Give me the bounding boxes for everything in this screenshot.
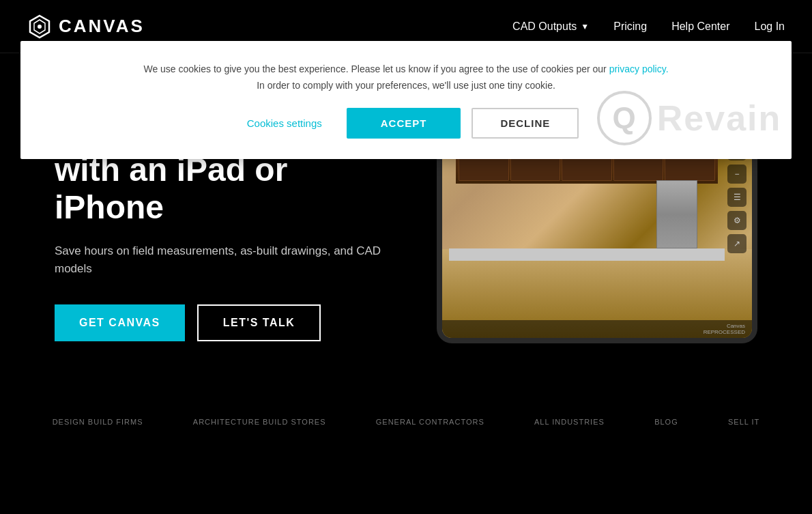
ipad-right-toolbar: + − ☰ ⚙ ↗ (727, 141, 746, 313)
page-wrapper: CANVAS CAD Outputs ▼ Pricing Help Center… (0, 0, 812, 514)
nav-login[interactable]: Log In (755, 20, 785, 33)
bottom-item-6: Sell it (728, 418, 759, 426)
bottom-strip: Design Build Firms Architecture Build St… (0, 401, 812, 442)
nav-links: CAD Outputs ▼ Pricing Help Center Log In (512, 20, 785, 33)
logo-link[interactable]: CANVAS (27, 14, 145, 39)
nav-help-center[interactable]: Help Center (671, 20, 729, 33)
cookie-text: We use cookies to give you the best expe… (55, 61, 757, 94)
nav-cad-outputs[interactable]: CAD Outputs ▼ (512, 20, 589, 33)
ipad-tool-settings[interactable]: ⚙ (727, 211, 746, 230)
bottom-item-1: Design Build Firms (53, 418, 143, 426)
ipad-tool-layers[interactable]: ☰ (727, 188, 746, 207)
get-canvas-button[interactable]: GET CANVAS (55, 304, 185, 341)
cookie-actions: Cookies settings ACCEPT DECLINE (55, 108, 757, 139)
decline-cookies-button[interactable]: DECLINE (472, 108, 579, 139)
nav-pricing[interactable]: Pricing (613, 20, 647, 33)
bottom-item-4: All Industries (534, 418, 605, 426)
ipad-bottom-tag: Canvas REPROCESSED (704, 323, 745, 335)
bottom-item-3: General Contractors (376, 418, 484, 426)
kitchen-counter (449, 248, 725, 261)
cookie-banner: We use cookies to give you the best expe… (20, 41, 792, 159)
svg-point-2 (38, 25, 42, 29)
lets-talk-button[interactable]: LET'S TALK (197, 304, 321, 341)
privacy-policy-link[interactable]: privacy policy. (609, 63, 669, 74)
accept-cookies-button[interactable]: ACCEPT (347, 108, 461, 139)
ipad-bottom-bar: Canvas REPROCESSED (442, 320, 752, 338)
canvas-logo-icon (27, 14, 52, 39)
chevron-down-icon: ▼ (581, 22, 589, 31)
logo-text: CANVAS (59, 16, 145, 37)
cookies-settings-button[interactable]: Cookies settings (233, 109, 336, 137)
bottom-item-5: Blog (654, 418, 678, 426)
bottom-item-2: Architecture Build Stores (193, 418, 326, 426)
ipad-tool-share[interactable]: ↗ (727, 234, 746, 253)
hero-buttons: GET CANVAS LET'S TALK (55, 304, 396, 341)
kitchen-appliance-fridge (656, 180, 697, 248)
ipad-tool-zoom-out[interactable]: − (727, 165, 746, 184)
hero-subtitle: Save hours on field measurements, as-bui… (55, 242, 396, 277)
